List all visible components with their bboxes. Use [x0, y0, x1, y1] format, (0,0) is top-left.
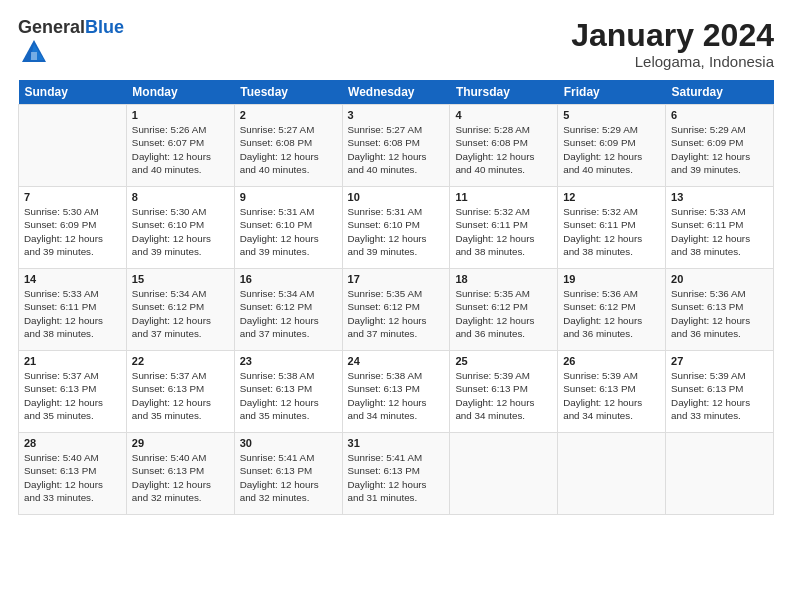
cell-info: Daylight: 12 hours and 33 minutes.	[671, 396, 768, 422]
header-row: Sunday Monday Tuesday Wednesday Thursday…	[19, 80, 774, 105]
cell-info: Sunrise: 5:38 AM	[348, 369, 445, 382]
day-number: 2	[240, 109, 337, 121]
cell-info: Sunset: 6:12 PM	[348, 300, 445, 313]
table-row: 22Sunrise: 5:37 AMSunset: 6:13 PMDayligh…	[126, 351, 234, 433]
week-row-3: 14Sunrise: 5:33 AMSunset: 6:11 PMDayligh…	[19, 269, 774, 351]
table-row: 14Sunrise: 5:33 AMSunset: 6:11 PMDayligh…	[19, 269, 127, 351]
header: GeneralBlue January 2024 Lelogama, Indon…	[18, 18, 774, 70]
table-row: 30Sunrise: 5:41 AMSunset: 6:13 PMDayligh…	[234, 433, 342, 515]
logo-icon	[20, 38, 48, 66]
day-number: 20	[671, 273, 768, 285]
cell-info: Sunrise: 5:37 AM	[132, 369, 229, 382]
cell-info: Sunrise: 5:39 AM	[563, 369, 660, 382]
page: GeneralBlue January 2024 Lelogama, Indon…	[0, 0, 792, 612]
cell-info: Sunrise: 5:33 AM	[671, 205, 768, 218]
cell-info: Daylight: 12 hours and 39 minutes.	[671, 150, 768, 176]
cell-info: Sunset: 6:11 PM	[671, 218, 768, 231]
cell-info: Daylight: 12 hours and 36 minutes.	[455, 314, 552, 340]
cell-info: Sunrise: 5:39 AM	[455, 369, 552, 382]
cell-info: Daylight: 12 hours and 40 minutes.	[563, 150, 660, 176]
cell-info: Sunrise: 5:28 AM	[455, 123, 552, 136]
cell-info: Sunrise: 5:30 AM	[132, 205, 229, 218]
cell-info: Daylight: 12 hours and 35 minutes.	[240, 396, 337, 422]
cell-info: Daylight: 12 hours and 33 minutes.	[24, 478, 121, 504]
cell-info: Sunset: 6:08 PM	[240, 136, 337, 149]
cell-info: Sunset: 6:09 PM	[24, 218, 121, 231]
table-row: 6Sunrise: 5:29 AMSunset: 6:09 PMDaylight…	[666, 105, 774, 187]
table-row: 10Sunrise: 5:31 AMSunset: 6:10 PMDayligh…	[342, 187, 450, 269]
cell-info: Daylight: 12 hours and 37 minutes.	[132, 314, 229, 340]
table-row: 20Sunrise: 5:36 AMSunset: 6:13 PMDayligh…	[666, 269, 774, 351]
col-friday: Friday	[558, 80, 666, 105]
cell-info: Sunrise: 5:37 AM	[24, 369, 121, 382]
logo-general: General	[18, 17, 85, 37]
cell-info: Sunrise: 5:34 AM	[132, 287, 229, 300]
subtitle: Lelogama, Indonesia	[571, 53, 774, 70]
table-row: 28Sunrise: 5:40 AMSunset: 6:13 PMDayligh…	[19, 433, 127, 515]
day-number: 19	[563, 273, 660, 285]
table-row: 17Sunrise: 5:35 AMSunset: 6:12 PMDayligh…	[342, 269, 450, 351]
day-number: 3	[348, 109, 445, 121]
col-tuesday: Tuesday	[234, 80, 342, 105]
cell-info: Sunset: 6:13 PM	[24, 382, 121, 395]
day-number: 22	[132, 355, 229, 367]
cell-info: Sunrise: 5:36 AM	[671, 287, 768, 300]
cell-info: Sunrise: 5:32 AM	[563, 205, 660, 218]
cell-info: Sunset: 6:13 PM	[348, 382, 445, 395]
day-number: 7	[24, 191, 121, 203]
cell-info: Daylight: 12 hours and 32 minutes.	[240, 478, 337, 504]
cell-info: Daylight: 12 hours and 38 minutes.	[671, 232, 768, 258]
table-row: 18Sunrise: 5:35 AMSunset: 6:12 PMDayligh…	[450, 269, 558, 351]
day-number: 5	[563, 109, 660, 121]
cell-info: Sunrise: 5:41 AM	[348, 451, 445, 464]
cell-info: Sunset: 6:09 PM	[563, 136, 660, 149]
cell-info: Sunrise: 5:26 AM	[132, 123, 229, 136]
cell-info: Sunset: 6:07 PM	[132, 136, 229, 149]
cell-info: Sunset: 6:08 PM	[455, 136, 552, 149]
cell-info: Sunset: 6:13 PM	[455, 382, 552, 395]
day-number: 21	[24, 355, 121, 367]
cell-info: Daylight: 12 hours and 31 minutes.	[348, 478, 445, 504]
day-number: 23	[240, 355, 337, 367]
cell-info: Sunrise: 5:40 AM	[24, 451, 121, 464]
cell-info: Daylight: 12 hours and 40 minutes.	[348, 150, 445, 176]
table-row: 23Sunrise: 5:38 AMSunset: 6:13 PMDayligh…	[234, 351, 342, 433]
cell-info: Sunset: 6:11 PM	[455, 218, 552, 231]
cell-info: Daylight: 12 hours and 32 minutes.	[132, 478, 229, 504]
day-number: 16	[240, 273, 337, 285]
cell-info: Sunset: 6:13 PM	[671, 300, 768, 313]
cell-info: Sunrise: 5:27 AM	[240, 123, 337, 136]
col-thursday: Thursday	[450, 80, 558, 105]
day-number: 18	[455, 273, 552, 285]
table-row: 16Sunrise: 5:34 AMSunset: 6:12 PMDayligh…	[234, 269, 342, 351]
table-row: 31Sunrise: 5:41 AMSunset: 6:13 PMDayligh…	[342, 433, 450, 515]
cell-info: Sunset: 6:11 PM	[24, 300, 121, 313]
day-number: 10	[348, 191, 445, 203]
cell-info: Daylight: 12 hours and 39 minutes.	[24, 232, 121, 258]
cell-info: Daylight: 12 hours and 34 minutes.	[563, 396, 660, 422]
cell-info: Sunset: 6:13 PM	[132, 464, 229, 477]
logo: GeneralBlue	[18, 18, 124, 70]
day-number: 24	[348, 355, 445, 367]
cell-info: Daylight: 12 hours and 40 minutes.	[240, 150, 337, 176]
cell-info: Sunset: 6:13 PM	[240, 382, 337, 395]
table-row: 24Sunrise: 5:38 AMSunset: 6:13 PMDayligh…	[342, 351, 450, 433]
day-number: 28	[24, 437, 121, 449]
day-number: 11	[455, 191, 552, 203]
day-number: 14	[24, 273, 121, 285]
week-row-2: 7Sunrise: 5:30 AMSunset: 6:09 PMDaylight…	[19, 187, 774, 269]
day-number: 13	[671, 191, 768, 203]
cell-info: Daylight: 12 hours and 39 minutes.	[348, 232, 445, 258]
day-number: 8	[132, 191, 229, 203]
cell-info: Sunrise: 5:40 AM	[132, 451, 229, 464]
cell-info: Daylight: 12 hours and 39 minutes.	[132, 232, 229, 258]
table-row	[450, 433, 558, 515]
table-row	[19, 105, 127, 187]
table-row	[666, 433, 774, 515]
day-number: 31	[348, 437, 445, 449]
cell-info: Sunset: 6:13 PM	[24, 464, 121, 477]
cell-info: Daylight: 12 hours and 40 minutes.	[455, 150, 552, 176]
table-row: 5Sunrise: 5:29 AMSunset: 6:09 PMDaylight…	[558, 105, 666, 187]
col-saturday: Saturday	[666, 80, 774, 105]
cell-info: Daylight: 12 hours and 38 minutes.	[563, 232, 660, 258]
